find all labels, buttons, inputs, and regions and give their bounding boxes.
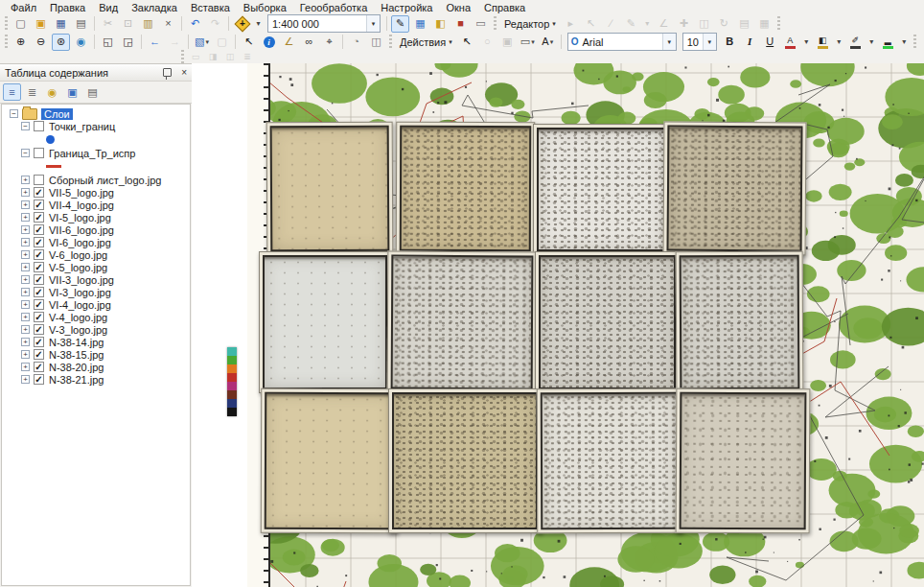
pan-button[interactable]: ⊛ [52,34,70,51]
layer-label[interactable]: V-6_logo.jpg [49,249,107,261]
find-button[interactable]: ∞ [300,34,318,51]
expand-expander-icon[interactable]: + [21,300,30,309]
layer-checkbox[interactable]: ✓ [34,324,44,335]
print-button[interactable]: ▤ [72,15,90,33]
layer-row[interactable]: +✓V-3_logo.jpg [2,323,190,336]
measure-button[interactable]: ∠ [280,34,298,51]
layer-label[interactable]: N-38-15.jpg [49,349,104,361]
font-color-button[interactable]: A [781,33,799,51]
layer-row[interactable]: +✓VII-3_logo.jpg [2,273,190,286]
fixed-zoom-out-button[interactable]: ◲ [119,34,137,51]
marker-color-caret-icon[interactable]: ▾ [899,34,910,51]
identify-button[interactable]: i [260,34,278,51]
layer-label[interactable]: Сборный лист_logo.jpg [49,175,161,186]
select-features-button[interactable]: ▧▾ [193,34,211,51]
layer-row[interactable]: +✓N-38-15.jpg [2,348,190,361]
rotate-tool-button[interactable]: ↻ [715,15,733,33]
layer-checkbox[interactable]: ✓ [34,287,44,297]
layer-checkbox[interactable]: ✓ [34,337,44,347]
layer-row[interactable]: +✓VI-6_logo.jpg [2,236,190,248]
underline-button[interactable]: U [761,34,779,51]
toc-options-button[interactable]: ▤ [83,83,102,101]
list-by-selection-button[interactable]: ▣ [63,83,81,101]
split-tool-button[interactable]: ◫ [695,15,713,33]
font-combo[interactable]: OArial▾ [567,33,677,51]
layer-checkbox[interactable]: ✓ [34,299,44,310]
expand-expander-icon[interactable]: + [21,350,30,359]
layer-label[interactable]: VII-6_logo.jpg [49,224,114,236]
font-size-combo[interactable]: 10▾ [682,33,717,51]
expand-expander-icon[interactable]: + [21,275,30,284]
list-by-source-button[interactable]: ≣ [23,83,41,101]
add-data-button[interactable]: + [233,15,251,33]
cut-button[interactable]: ✂ [99,15,117,33]
fill-color-button[interactable]: ◧ [814,33,832,51]
expand-expander-icon[interactable]: + [21,176,30,184]
copy-button[interactable]: ⊡ [119,15,137,33]
menu-item-4[interactable]: Закладка [125,1,184,14]
point-symbol[interactable] [46,135,55,144]
text-tool-button[interactable]: A▾ [539,34,557,51]
layer-label[interactable]: V-4_logo.jpg [49,312,107,323]
bold-button[interactable]: B [721,34,739,51]
georeferencing-2-button[interactable]: ◨ [205,51,220,63]
layer-checkbox[interactable]: ✓ [34,262,44,272]
map-scale-combo-caret-icon[interactable]: ▾ [366,15,380,32]
clear-selection-button[interactable]: ▢ [213,34,231,51]
layer-label[interactable]: VI-6_logo.jpg [49,237,111,248]
layer-checkbox[interactable]: ✓ [34,224,44,235]
font-color-caret-icon[interactable]: ▾ [801,34,812,51]
layer-label[interactable]: VI-4_logo.jpg [49,299,111,311]
marker-color-button[interactable]: ▂ [879,33,897,51]
zoom-out-button[interactable]: ⊖ [32,34,50,51]
georeferencing-3-button[interactable]: ◫ [222,51,238,63]
collapse-expander-icon[interactable]: − [21,149,30,157]
expand-expander-icon[interactable]: + [21,200,30,209]
create-viewer-window-button[interactable]: ◫ [367,34,385,51]
toolbar-grip[interactable] [494,16,497,31]
toolbar-grip[interactable] [913,35,916,49]
trace-tool-button[interactable]: ∠ [655,15,673,33]
layer-label[interactable]: V-3_logo.jpg [49,324,107,336]
auto-hide-pin-icon[interactable] [163,68,172,77]
paste-button[interactable]: ▥ [139,15,157,33]
menu-item-1[interactable]: Файл [4,1,43,14]
list-by-drawing-order-button[interactable]: ≡ [3,83,21,101]
layer-row[interactable]: +✓VI-4_logo.jpg [2,298,190,311]
table-window-button[interactable]: ▦ [411,15,429,33]
layer-row[interactable]: +✓VI-5_logo.jpg [2,211,190,223]
sketch-properties-button[interactable]: ▦ [755,15,774,33]
layer-row[interactable]: +✓N-38-14.jpg [2,336,190,348]
layer-row[interactable]: +✓VII-4_logo.jpg [2,199,190,211]
layer-checkbox[interactable]: ✓ [34,374,44,385]
toc-root-layers[interactable]: Слои [41,108,73,120]
layer-label[interactable]: VI-3_logo.jpg [49,287,111,298]
undo-button[interactable]: ↶ [186,15,204,33]
layer-label[interactable]: N-38-14.jpg [49,337,104,348]
layer-checkbox[interactable]: ✓ [34,362,44,372]
expand-expander-icon[interactable]: + [21,225,30,234]
expand-expander-icon[interactable]: + [21,363,30,371]
expand-expander-icon[interactable]: + [21,313,30,321]
layer-label[interactable]: VII-5_logo.jpg [49,187,114,199]
font-size-combo-caret-icon[interactable]: ▾ [703,34,716,50]
layer-label[interactable]: N-38-21.jpg [49,374,104,386]
forward-extent-button[interactable]: → [166,34,184,51]
layer-row[interactable]: −Граница_Тр_испр [2,147,190,159]
layer-label[interactable]: Точки_границ [49,121,115,132]
expand-expander-icon[interactable]: + [21,213,30,222]
cut-polygons-tool-button[interactable]: ✚ [675,15,693,33]
line-color-caret-icon[interactable]: ▾ [866,34,877,51]
expand-expander-icon[interactable]: + [21,263,30,271]
italic-button[interactable]: I [741,34,759,51]
menu-item-6[interactable]: Выборка [237,1,293,14]
map-scale-combo[interactable]: 1:400 000▾ [267,14,381,33]
expand-expander-icon[interactable]: + [21,250,30,259]
expand-expander-icon[interactable]: + [21,338,30,346]
layer-label[interactable]: VII-4_logo.jpg [49,200,114,211]
add-data-caret-button[interactable]: ▾ [253,15,264,33]
rectangle-tool-button[interactable]: ▭▾ [519,34,537,51]
menu-item-9[interactable]: Окна [439,1,477,14]
fill-color-caret-icon[interactable]: ▾ [834,34,844,51]
menu-item-5[interactable]: Вставка [184,1,237,14]
